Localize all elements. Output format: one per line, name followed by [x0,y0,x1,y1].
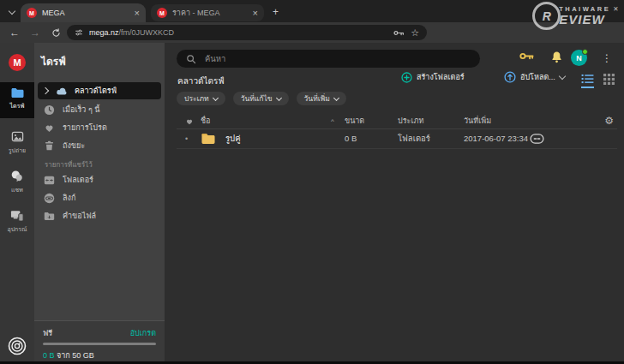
tab-title: MEGA [42,9,129,17]
mega-logo[interactable]: M [9,54,26,71]
public-link-icon[interactable] [530,128,544,148]
column-type[interactable]: ประเภท [398,113,423,128]
sort-ascending-icon[interactable]: ^ [331,113,334,128]
filter-chips: ประเภท วันที่แก้ไข วันที่เพิ่ม [177,92,346,105]
chevron-down-icon [276,94,282,100]
password-key-icon[interactable] [393,28,405,38]
sidebar-item-label: รายการโปรด [63,122,107,134]
app-menu-button[interactable]: ⋮ [602,50,612,66]
rail-label: อุปกรณ์ [7,224,27,234]
rail-item-drive[interactable]: ไดรฟ์ [0,82,34,118]
upgrade-link[interactable]: อัปเกรด [130,327,156,339]
mega-favicon: M [27,8,37,18]
account-avatar[interactable]: N [571,50,587,66]
column-settings-gear-icon[interactable]: ⚙ [604,113,614,128]
create-folder-label: สร้างโฟลเดอร์ [417,71,465,83]
close-tab-icon[interactable]: × [135,9,140,18]
close-tab-icon[interactable]: × [253,9,258,18]
file-request-folder-icon [43,212,56,221]
shared-folders-icon [43,176,56,185]
column-date-added[interactable]: วันที่เพิ่ม [464,113,491,128]
rewards-spinner-icon[interactable] [8,337,27,355]
chevron-down-icon [213,94,219,100]
grid-view-button[interactable] [603,74,615,85]
sidebar-item-label: คำขอไฟล์ [63,210,96,222]
forward-button[interactable]: → [27,25,43,40]
tab-mega-active[interactable]: M MEGA × [21,3,146,22]
sidebar-item-file-requests[interactable]: คำขอไฟล์ [38,207,161,224]
create-folder-button[interactable]: สร้างโฟลเดอร์ [401,71,465,83]
trash-icon [43,140,56,151]
back-button[interactable]: ← [7,25,22,40]
sidebar-item-rubbish-bin[interactable]: ถังขยะ [38,137,161,154]
app-sidebar: ไดรฟ์ คลาวด์ไดรฟ์ เมื่อเร็ว ๆ นี้ รายการ… [34,43,165,364]
upload-label: อัปโหลด... [520,71,555,83]
sidebar-item-favourites[interactable]: รายการโปรด [38,119,161,136]
chat-icon [10,170,24,182]
favourite-column-heart-icon[interactable] [185,113,194,128]
storage-usage-text: 0 B จาก 50 GB [43,349,94,361]
rail-item-photos[interactable]: รูปถ่าย [0,125,34,159]
bookmark-star-icon[interactable]: ☆ [411,28,419,38]
notifications-button[interactable] [550,51,563,64]
rail-label: ไดรฟ์ [10,101,25,110]
chevron-down-icon [9,8,15,15]
sidebar-item-label: ถังขยะ [63,140,85,152]
browser-toolbar: ← → mega.nz/fm/0JUWXKCD ☆ ⋮ [0,22,624,43]
folder-icon [201,133,216,145]
site-settings-icon[interactable] [75,28,83,37]
filter-date-modified[interactable]: วันที่แก้ไข [233,92,289,105]
chevron-right-icon[interactable] [42,87,49,94]
new-tab-button[interactable]: + [269,5,282,18]
filter-type[interactable]: ประเภท [177,92,225,105]
row-type: โฟลเดอร์ [398,128,430,148]
filter-label: วันที่เพิ่ม [304,92,330,104]
list-view-icon [581,74,594,84]
list-view-button[interactable] [581,74,594,88]
sidebar-item-shared-folders[interactable]: โฟลเดอร์ [38,171,161,188]
rail-item-chat[interactable]: แชท [0,164,34,199]
online-status-dot [582,49,588,55]
sidebar-item-label: ลิงก์ [63,192,75,204]
avatar-initial: N [576,54,582,63]
search-bar[interactable] [177,50,480,68]
mega-favicon: M [157,8,167,18]
reload-button[interactable] [48,25,63,40]
storage-quota: จาก 50 GB [55,351,94,360]
row-date-added: 2017-06-07 23:34 [464,128,528,148]
row-file-name[interactable]: รูปคู่ [225,132,241,145]
sidebar-item-links[interactable]: ลิงก์ [38,189,161,206]
favourite-dot[interactable]: • [185,128,188,148]
filter-date-added[interactable]: วันที่เพิ่ม [297,92,346,105]
sidebar-item-label: โฟลเดอร์ [63,174,93,186]
column-name[interactable]: ชื่อ [201,113,211,128]
sidebar-item-label: คลาวด์ไดรฟ์ [75,85,117,97]
app-rail: M ไดรฟ์ รูปถ่าย แชท อุปกรณ์ [0,43,34,364]
breadcrumb[interactable]: คลาวด์ไดรฟ์ [177,75,225,87]
storage-plan-box: ฟรี อัปเกรด 0 B จาก 50 GB [34,320,165,364]
sidebar-item-recents[interactable]: เมื่อเร็ว ๆ นี้ [38,101,161,118]
chevron-down-icon [559,73,566,80]
search-icon [186,54,196,64]
tab-search-button[interactable] [5,6,19,18]
tab-mega-pricing[interactable]: M ราคา - MEGA × [151,4,264,21]
rail-label: รูปถ่าย [9,146,26,155]
column-size[interactable]: ขนาด [345,113,364,128]
browser-tab-strip: M MEGA × M ราคา - MEGA × + [0,0,624,22]
plus-circle-icon [401,72,412,83]
rail-item-devices[interactable]: อุปกรณ์ [0,204,34,238]
plan-tier-label: ฟรี [43,327,52,339]
search-input[interactable] [203,53,429,64]
storage-used: 0 B [43,351,55,360]
address-bar[interactable]: mega.nz/fm/0JUWXKCD ☆ [67,25,427,40]
sidebar-item-cloud-drive[interactable]: คลาวด์ไดรฟ์ [38,82,161,99]
chevron-down-icon [333,94,339,100]
url-path: /fm/0JUWXKCD [119,28,175,37]
tab-title: ราคา - MEGA [172,7,248,19]
upload-button[interactable]: อัปโหลด... [504,71,565,83]
filter-label: วันที่แก้ไข [241,92,273,104]
recovery-key-button[interactable] [519,51,534,62]
upload-icon [504,71,516,83]
url-domain: mega.nz [89,28,119,37]
table-row[interactable]: • รูปคู่ 0 B โฟลเดอร์ 2017-06-07 23:34 [177,128,617,149]
